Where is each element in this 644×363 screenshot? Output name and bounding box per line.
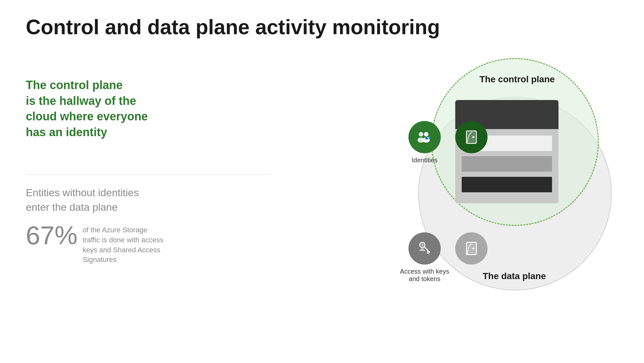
data-plane-label: The data plane: [483, 271, 546, 281]
data-door-icon: [463, 240, 480, 257]
access-label: Access with keysand tokens: [399, 268, 450, 283]
entities-text: Entities without identities enter the da…: [26, 186, 139, 215]
stat-description: of the Azure Storage traffic is done wit…: [83, 223, 166, 265]
control-door-icon-circle: [455, 121, 488, 153]
control-plane-label: The control plane: [479, 74, 555, 85]
identities-icon-circle: [408, 121, 441, 153]
section-divider: [26, 174, 271, 175]
access-icon-circle: [408, 232, 441, 265]
stat-section: 67% of the Azure Storage traffic is done…: [26, 223, 166, 265]
page-title: Control and data plane activity monitori…: [26, 15, 440, 39]
diagram: The control plane The data plane: [392, 58, 625, 303]
svg-point-17: [472, 247, 474, 249]
door-icon: [463, 128, 480, 146]
stat-number: 67%: [26, 223, 77, 248]
resource-row-3: [462, 177, 552, 192]
key-icon: [416, 240, 433, 257]
svg-line-12: [424, 247, 429, 252]
control-plane-heading: The control plane is the hallway of the …: [26, 77, 194, 140]
svg-point-0: [419, 132, 423, 136]
resource-row-2: [462, 156, 552, 172]
people-icon: [416, 128, 433, 146]
data-door-icon-circle: [455, 232, 488, 265]
svg-point-11: [421, 244, 424, 246]
svg-point-9: [472, 136, 474, 138]
identities-label: Identities: [402, 156, 447, 164]
left-panel: The control plane is the hallway of the …: [26, 77, 194, 140]
svg-point-2: [424, 132, 428, 136]
